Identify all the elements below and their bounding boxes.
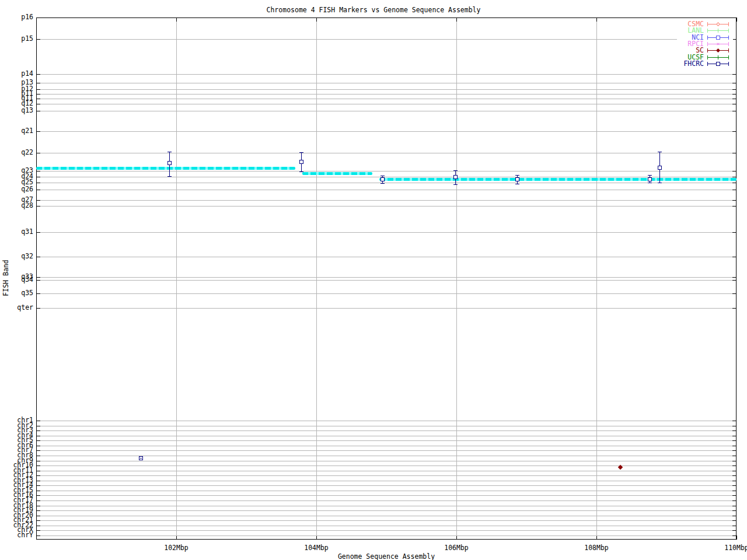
band-q12-tick-left — [36, 104, 40, 104]
chrom-chr7-tick-left — [36, 450, 40, 451]
marker-square — [139, 456, 143, 460]
legend-sample-cap — [728, 29, 729, 33]
chrom-chr10-gridline — [36, 466, 736, 466]
legend-sample-cap — [707, 22, 708, 26]
legend-sample-cap — [728, 48, 729, 52]
band-p14-tick-left — [36, 74, 40, 75]
chrom-chr3-tick-right — [732, 430, 736, 431]
assembly-band-segment — [36, 167, 295, 170]
chrom-chrY-label: chrY — [0, 532, 33, 538]
x-tick-bottom — [596, 536, 597, 540]
chrom-chr4-gridline — [36, 436, 736, 436]
chrom-chrY-tick-left — [36, 536, 40, 536]
chrom-chr18-gridline — [36, 506, 736, 506]
legend-row-nci: NCI — [677, 34, 733, 41]
chrom-chr17-tick-right — [732, 501, 736, 501]
band-q27-tick-right — [732, 200, 736, 201]
legend-sample-cap — [707, 36, 708, 40]
band-q26-tick-right — [732, 190, 736, 190]
band-q13-tick-left — [36, 111, 40, 111]
band-q13-label: q13 — [0, 107, 33, 114]
legend-row-csmc: CSMC — [677, 20, 733, 27]
chrom-chr13-tick-left — [36, 481, 40, 481]
band-q34-gridline — [36, 280, 736, 281]
fish-markers-chart: Chromosome 4 FISH Markers vs Genome Sequ… — [0, 0, 747, 560]
band-q23-gridline — [36, 171, 736, 172]
legend-sample-cap — [707, 48, 708, 52]
band-q22-tick-left — [36, 153, 40, 153]
band-q25-gridline — [36, 183, 736, 183]
x-tick-bottom — [176, 536, 177, 540]
chrom-chr15-tick-right — [732, 491, 736, 491]
legend: CSMCLANLNCIRPCI✕SCUCSFFHCRC — [677, 20, 733, 68]
chrom-chr13-gridline — [36, 481, 736, 481]
errorbar-cap — [515, 175, 519, 176]
marker-square — [381, 177, 385, 181]
band-q22-label: q22 — [0, 149, 33, 156]
chrom-chr4-tick-right — [732, 436, 736, 436]
band-p14-label: p14 — [0, 71, 33, 77]
chrom-chr14-tick-left — [36, 485, 40, 486]
legend-marker-square — [716, 62, 720, 66]
band-q12-gridline — [36, 104, 736, 104]
chrom-chr21-gridline — [36, 520, 736, 521]
band-qter-tick-right — [732, 308, 736, 309]
chrom-chrY-gridline — [36, 536, 736, 536]
chrom-chr12-tick-right — [732, 475, 736, 476]
legend-row-rpci: RPCI✕ — [677, 40, 733, 47]
band-q13-gridline — [36, 111, 736, 111]
chrom-chr11-tick-right — [732, 471, 736, 471]
band-qter-tick-left — [36, 308, 40, 309]
x-tick-label: 104Mbp — [293, 544, 340, 552]
x-tick-top — [176, 18, 177, 22]
x-tick-top — [736, 18, 737, 22]
errorbar-cap — [167, 152, 172, 152]
x-tick-label: 106Mbp — [433, 544, 480, 552]
chrom-chr22-gridline — [36, 526, 736, 526]
errorbar-cap — [658, 152, 662, 152]
chrom-chr17-tick-left — [36, 501, 40, 501]
chrom-chr4-tick-left — [36, 436, 40, 436]
chrom-chr15-gridline — [36, 491, 736, 491]
marker-square — [648, 177, 652, 181]
chrom-chr2-tick-left — [36, 426, 40, 426]
band-p15-gridline — [36, 39, 736, 40]
errorbar-cap — [648, 175, 652, 176]
chrom-chr14-tick-right — [732, 485, 736, 486]
legend-row-fhcrc: FHCRC — [677, 60, 733, 67]
chrom-chrX-gridline — [36, 530, 736, 531]
band-q25-tick-right — [732, 183, 736, 183]
band-q33-tick-right — [732, 277, 736, 278]
legend-sample-cap — [707, 29, 708, 33]
chrom-chr2-gridline — [36, 426, 736, 426]
chrom-chr6-gridline — [36, 446, 736, 446]
band-q32-tick-left — [36, 257, 40, 257]
chrom-chr10-tick-left — [36, 466, 40, 466]
errorbar-cap — [648, 183, 652, 183]
chrom-chr19-tick-left — [36, 510, 40, 511]
band-q22-tick-right — [732, 153, 736, 153]
errorbar-cap — [299, 172, 303, 172]
band-q31-tick-right — [732, 232, 736, 233]
band-q11-tick-left — [36, 99, 40, 99]
x-tick-label: 108Mbp — [573, 544, 620, 552]
chrom-chr14-gridline — [36, 485, 736, 486]
legend-row-lanl: LANL — [677, 27, 733, 34]
chrom-chr20-tick-right — [732, 516, 736, 516]
legend-marker-tick — [718, 55, 718, 60]
band-q11-gridline — [36, 99, 736, 99]
x-tick-bottom — [456, 536, 457, 540]
band-q25-tick-left — [36, 183, 40, 183]
errorbar-cap — [167, 176, 172, 177]
band-q27-gridline — [36, 200, 736, 201]
band-q33-tick-left — [36, 277, 40, 278]
legend-sample-cap — [728, 55, 729, 60]
chrom-chr21-tick-right — [732, 520, 736, 521]
chrom-chr10-tick-right — [732, 466, 736, 466]
x-tick-label: 102Mbp — [153, 544, 200, 552]
errorbar-cap — [453, 170, 458, 171]
marker-square — [299, 160, 303, 164]
band-p16-tick-left — [36, 18, 40, 18]
chrom-chr16-gridline — [36, 495, 736, 496]
band-q28-gridline — [36, 206, 736, 206]
